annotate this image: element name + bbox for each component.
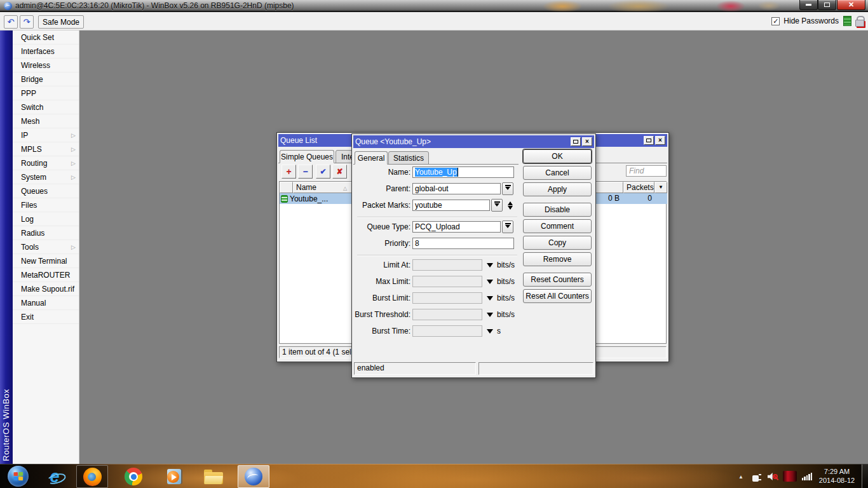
add-queue-button[interactable]: + <box>281 165 296 179</box>
copy-button[interactable]: Copy <box>523 236 592 250</box>
limit-at-input[interactable] <box>412 259 482 271</box>
sidebar-item-exit[interactable]: Exit <box>13 310 79 324</box>
sidebar-menu: Quick Set Interfaces Wireless Bridge PPP… <box>13 30 79 464</box>
ok-button[interactable]: OK <box>523 149 592 163</box>
sidebar-item-wireless[interactable]: Wireless <box>13 58 79 72</box>
sidebar-item-mesh[interactable]: Mesh <box>13 114 79 128</box>
tray-plug-icon[interactable] <box>752 472 761 482</box>
enable-queue-button[interactable]: ✔ <box>316 165 330 179</box>
remove-queue-button[interactable]: − <box>298 165 313 179</box>
column-picker-button[interactable]: ▼ <box>654 182 667 193</box>
sidebar-item-bridge[interactable]: Bridge <box>13 72 79 86</box>
queue-dialog-titlebar[interactable]: Queue <Youtube_Up> × <box>353 135 594 148</box>
lock-icon[interactable] <box>855 16 865 26</box>
max-limit-input[interactable] <box>412 276 482 287</box>
maximize-button[interactable] <box>818 0 836 10</box>
parent-dropdown-button[interactable] <box>502 182 513 195</box>
burst-time-input[interactable] <box>412 325 482 337</box>
sidebar-item-switch[interactable]: Switch <box>13 100 79 114</box>
parent-input[interactable]: global-out <box>412 183 501 194</box>
remove-button[interactable]: Remove <box>523 252 592 266</box>
packet-marks-dropdown-button[interactable] <box>491 199 503 212</box>
queue-dialog-maximize-button[interactable] <box>571 137 581 146</box>
caption-buttons: ✕ <box>799 0 865 10</box>
safe-mode-button[interactable]: Safe Mode <box>38 15 84 29</box>
sidebar-item-metarouter[interactable]: MetaROUTER <box>13 268 79 282</box>
hidden-icons-arrow-icon[interactable]: ▲ <box>738 474 743 480</box>
cancel-button[interactable]: Cancel <box>523 166 592 180</box>
burst-limit-combo-arrow-icon[interactable] <box>487 296 493 304</box>
reset-counters-button[interactable]: Reset Counters <box>523 273 592 287</box>
dialog-status-enabled: enabled <box>354 362 476 375</box>
queue-list-close-button[interactable]: × <box>655 136 665 145</box>
sidebar-item-quick-set[interactable]: Quick Set <box>13 30 79 44</box>
taskbar-internet-explorer[interactable]: e <box>41 465 69 488</box>
taskbar-clock[interactable]: 7:29 AM 2014-08-12 <box>816 467 858 485</box>
name-input[interactable]: Youtube_Up <box>412 166 514 178</box>
brand-strip: RouterOS WinBox <box>0 30 13 464</box>
find-input[interactable] <box>626 165 667 177</box>
dropdown-icon <box>494 201 500 209</box>
sidebar-item-files[interactable]: Files <box>13 198 79 212</box>
traffic-icon[interactable] <box>843 16 851 26</box>
comment-button[interactable]: Comment <box>523 219 592 233</box>
packet-marks-input[interactable]: youtube <box>412 200 490 211</box>
tab-simple-queues[interactable]: Simple Queues <box>280 150 334 163</box>
reset-all-counters-button[interactable]: Reset All Counters <box>523 289 592 303</box>
taskbar-firefox[interactable] <box>76 465 108 488</box>
sidebar-item-ip[interactable]: IP▷ <box>13 128 79 142</box>
submenu-arrow-icon: ▷ <box>71 128 76 142</box>
sidebar-item-tools[interactable]: Tools▷ <box>13 240 79 254</box>
taskbar-media-player[interactable] <box>160 465 188 488</box>
sidebar-item-radius[interactable]: Radius <box>13 226 79 240</box>
hide-passwords-checkbox[interactable]: ✓ <box>771 17 780 25</box>
sidebar-item-queues[interactable]: Queues <box>13 184 79 198</box>
column-header-icon[interactable] <box>280 182 293 193</box>
priority-input[interactable]: 8 <box>412 238 514 249</box>
close-button[interactable]: ✕ <box>837 0 865 10</box>
column-header-packets[interactable]: Packets <box>623 182 654 193</box>
winbox-app-icon <box>4 2 12 10</box>
sidebar-item-ppp[interactable]: PPP <box>13 86 79 100</box>
spin-up-icon <box>508 199 513 205</box>
sidebar-item-routing[interactable]: Routing▷ <box>13 156 79 170</box>
queue-dialog-close-button[interactable]: × <box>582 137 592 146</box>
tray-app-icon[interactable] <box>783 471 797 482</box>
disable-button[interactable]: Disable <box>523 203 592 217</box>
taskbar-chrome[interactable] <box>119 465 147 488</box>
queue-type-input[interactable]: PCQ_Upload <box>412 221 501 233</box>
start-button[interactable] <box>8 466 29 487</box>
burst-threshold-combo-arrow-icon[interactable] <box>487 313 493 320</box>
burst-time-unit: s <box>497 325 501 337</box>
burst-limit-input[interactable] <box>412 292 482 304</box>
minimize-button[interactable] <box>799 0 818 10</box>
show-desktop-button[interactable] <box>862 464 868 488</box>
limit-at-combo-arrow-icon[interactable] <box>487 263 493 271</box>
sidebar-item-mpls[interactable]: MPLS▷ <box>13 142 79 156</box>
redo-button[interactable]: ↷ <box>20 15 34 29</box>
taskbar-file-explorer[interactable] <box>200 465 227 488</box>
burst-time-combo-arrow-icon[interactable] <box>487 329 493 337</box>
network-signal-icon[interactable] <box>802 472 813 480</box>
max-limit-combo-arrow-icon[interactable] <box>487 280 493 287</box>
sidebar-item-make-supout[interactable]: Make Supout.rif <box>13 282 79 296</box>
queue-list-maximize-button[interactable] <box>644 136 654 145</box>
tab-general[interactable]: General <box>355 151 388 165</box>
taskbar-winbox[interactable] <box>238 465 269 488</box>
volume-muted-icon[interactable] <box>768 472 778 481</box>
media-player-icon <box>165 468 183 485</box>
packet-marks-spinner[interactable] <box>506 199 514 212</box>
tab-statistics[interactable]: Statistics <box>388 151 429 165</box>
sidebar-item-manual[interactable]: Manual <box>13 296 79 310</box>
disable-queue-button[interactable]: ✘ <box>332 165 347 179</box>
queue-type-dropdown-button[interactable] <box>502 220 513 233</box>
sidebar-item-interfaces[interactable]: Interfaces <box>13 44 79 58</box>
apply-button[interactable]: Apply <box>523 182 592 196</box>
app-titlebar[interactable]: admin@4C:5E:0C:23:16:20 (MikroTik) - Win… <box>0 0 868 12</box>
sidebar-item-log[interactable]: Log <box>13 212 79 226</box>
sidebar-item-system[interactable]: System▷ <box>13 170 79 184</box>
burst-threshold-input[interactable] <box>412 309 482 320</box>
sidebar-item-new-terminal[interactable]: New Terminal <box>13 254 79 268</box>
undo-button[interactable]: ↶ <box>4 15 18 29</box>
redo-icon: ↷ <box>24 17 31 27</box>
